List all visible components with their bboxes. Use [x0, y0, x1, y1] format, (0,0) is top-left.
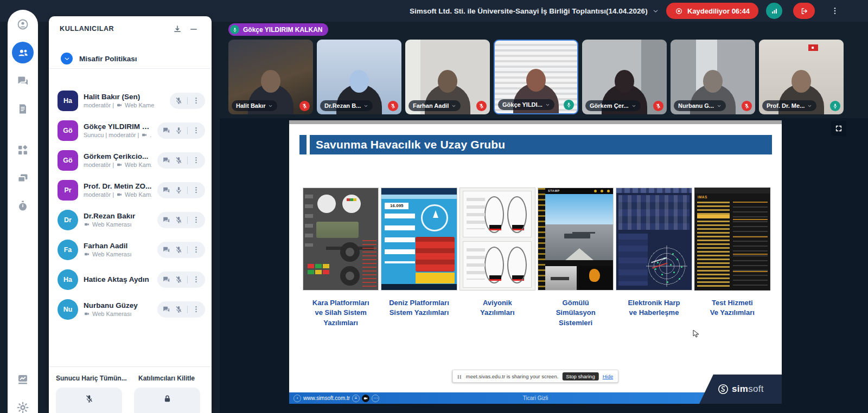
- video-name-tag[interactable]: Halit Bakır: [232, 100, 277, 111]
- chat-icon[interactable]: [162, 216, 170, 224]
- chat-icon[interactable]: [162, 186, 170, 194]
- user-row[interactable]: Dr Dr.Rezan Bakır Web Kamerası: [49, 205, 212, 235]
- meeting-title-menu[interactable]: Simsoft Ltd. Sti. ile Üniversite-Sanayi …: [410, 0, 659, 22]
- mic-muted-icon[interactable]: [175, 216, 183, 224]
- user-actions[interactable]: [170, 93, 205, 109]
- user-row[interactable]: Pr Prof. Dr. Metin ZO... moderatör |Web …: [49, 175, 212, 205]
- mic-on-icon[interactable]: [175, 186, 183, 194]
- rail-notes-button[interactable]: [12, 98, 34, 120]
- kebab-menu-icon[interactable]: [192, 156, 200, 164]
- mute-all-button[interactable]: [56, 388, 122, 413]
- save-user-list-button[interactable]: [173, 24, 183, 35]
- users-icon: [17, 47, 29, 59]
- user-actions[interactable]: [157, 242, 205, 258]
- leave-meeting-button[interactable]: [793, 3, 815, 19]
- video-tile[interactable]: Görkem Çer...: [582, 40, 667, 114]
- user-row[interactable]: Ha Hatice Aktaş Aydın: [49, 264, 212, 294]
- user-actions[interactable]: [157, 272, 205, 288]
- product-thumb-eharp: [616, 188, 692, 291]
- video-tile[interactable]: Halit Bakır: [228, 40, 313, 114]
- video-name-tag[interactable]: Dr.Rezan B...: [320, 100, 373, 111]
- rail-chat-button[interactable]: [12, 70, 34, 92]
- divider: [187, 306, 188, 313]
- rail-users-button[interactable]: [12, 42, 34, 63]
- chat-icon[interactable]: [162, 126, 170, 134]
- chat-icon[interactable]: [162, 156, 170, 164]
- video-name-tag[interactable]: Görkem Çer...: [585, 100, 641, 111]
- options-menu-button[interactable]: [827, 3, 843, 19]
- gear-icon: [16, 401, 29, 413]
- video-name-tag[interactable]: Gökçe YILDI...: [498, 99, 554, 110]
- video-tile[interactable]: Farhan Aadil: [405, 40, 490, 114]
- video-tile[interactable]: Nurbanu G...: [671, 40, 755, 114]
- user-actions[interactable]: [157, 152, 205, 169]
- user-name: Prof. Dr. Metin ZO...: [84, 182, 152, 190]
- video-tile-active-speaker[interactable]: Gökçe YILDI...: [494, 40, 578, 114]
- mic-muted-icon[interactable]: [175, 305, 183, 313]
- kebab-menu-icon[interactable]: [192, 126, 200, 134]
- divider: [187, 97, 188, 105]
- user-row[interactable]: Nu Nurbanu Güzey Web Kamerası: [49, 294, 212, 324]
- rail-whiteboard-button[interactable]: [12, 167, 34, 189]
- lock-participants-button[interactable]: [134, 388, 200, 413]
- turkish-flag: [808, 44, 818, 51]
- minimize-panel-button[interactable]: [189, 24, 200, 35]
- avatar: Ha: [58, 269, 78, 290]
- kebab-menu-icon[interactable]: [192, 186, 200, 194]
- webcam-icon: [116, 192, 123, 197]
- chat-icon[interactable]: [162, 246, 170, 254]
- mic-on-badge: [830, 101, 840, 111]
- rail-apps-button[interactable]: [12, 139, 34, 161]
- kebab-menu-icon[interactable]: [192, 246, 200, 254]
- back-icon: ‹: [293, 395, 301, 402]
- hide-sharing-bar-link[interactable]: Hide: [603, 373, 614, 379]
- users-panel-title: KULLANICILAR: [60, 25, 114, 33]
- guest-policy-row[interactable]: Misafir Politikası: [49, 49, 212, 68]
- kebab-menu-icon[interactable]: [192, 96, 200, 105]
- video-name-tag[interactable]: Prof. Dr. Me...: [762, 100, 816, 111]
- mic-muted-badge: [476, 101, 487, 111]
- user-actions[interactable]: [157, 122, 205, 139]
- mic-muted-badge: [742, 101, 752, 111]
- mic-muted-icon[interactable]: [175, 156, 183, 164]
- mic-muted-icon[interactable]: [175, 275, 183, 283]
- recording-label: Kaydediliyor 06:44: [687, 7, 750, 15]
- user-row[interactable]: Fa Farhan Aadil Web Kamerası: [49, 235, 212, 264]
- video-tile[interactable]: Prof. Dr. Me...: [759, 40, 844, 114]
- rail-settings-button[interactable]: [12, 397, 34, 413]
- user-row[interactable]: Gö Gökçe YILDIRIM K... Sunucu | moderatö…: [49, 115, 212, 145]
- user-subtitle: moderatör |Web Kam...: [84, 191, 152, 198]
- active-speaker-name: Gökçe YILDIRIM KALKAN: [243, 26, 322, 34]
- user-subtitle: Sunucu | moderatör |...: [84, 132, 152, 138]
- chat-icon[interactable]: [162, 305, 170, 313]
- caption: AviyonikYazılımları: [459, 298, 535, 328]
- video-tile[interactable]: Dr.Rezan B...: [317, 40, 401, 114]
- video-name-tag[interactable]: Farhan Aadil: [409, 100, 461, 111]
- user-row[interactable]: Ha Halit Bakır (Sen) moderatör |Web Kame…: [49, 86, 212, 115]
- chat-icon[interactable]: [162, 275, 170, 283]
- caption: GömülüSimülasyonSistemleri: [538, 298, 614, 328]
- video-name-tag[interactable]: Nurbanu G...: [674, 100, 726, 111]
- user-actions[interactable]: [157, 212, 205, 228]
- nav-rail: [8, 10, 38, 413]
- rail-profile-button[interactable]: [12, 14, 34, 35]
- avatar: Gö: [58, 120, 78, 141]
- mic-muted-icon[interactable]: [175, 96, 183, 105]
- camera-icon: [362, 395, 369, 402]
- chevron-down-icon: [631, 104, 636, 108]
- user-actions[interactable]: [157, 182, 205, 198]
- user-row[interactable]: Gö Görkem Çerikcio... moderatör |Web Kam…: [49, 145, 212, 175]
- kebab-menu-icon[interactable]: [192, 216, 200, 224]
- kebab-menu-icon[interactable]: [192, 305, 200, 313]
- mic-muted-icon[interactable]: [175, 246, 183, 254]
- mic-on-icon[interactable]: [175, 126, 183, 134]
- stop-sharing-button[interactable]: Stop sharing: [562, 372, 598, 380]
- fullscreen-button[interactable]: [831, 121, 846, 136]
- kebab-menu-icon[interactable]: [192, 275, 200, 283]
- recording-indicator-button[interactable]: Kaydediliyor 06:44: [666, 3, 758, 19]
- rail-analytics-button[interactable]: [12, 369, 34, 390]
- user-actions[interactable]: [157, 301, 205, 318]
- avatar: Fa: [58, 240, 78, 260]
- rail-timer-button[interactable]: [12, 195, 34, 217]
- connection-status-button[interactable]: [766, 3, 782, 19]
